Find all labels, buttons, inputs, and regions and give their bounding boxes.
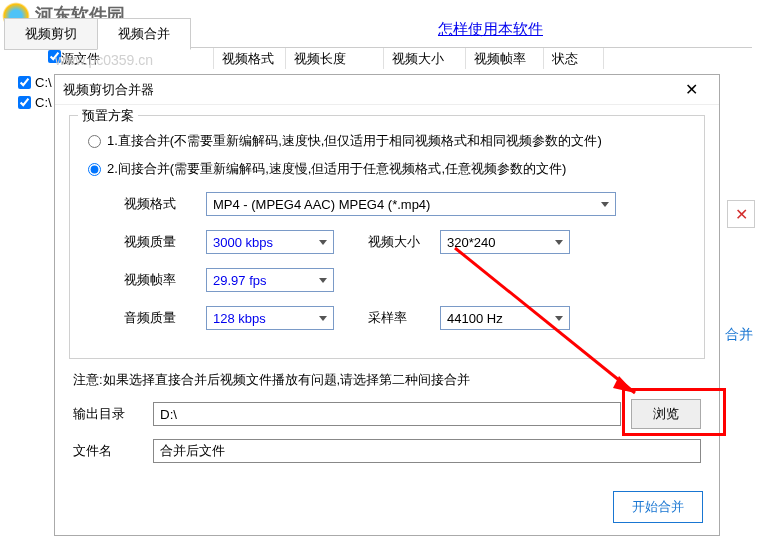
help-link[interactable]: 怎样使用本软件: [438, 20, 543, 39]
select-value: 320*240: [447, 235, 495, 250]
output-dir-input[interactable]: [153, 402, 621, 426]
row-checkbox[interactable]: [18, 76, 31, 89]
label-audio-quality: 音频质量: [124, 309, 206, 327]
label-filename: 文件名: [73, 442, 153, 460]
merge-dialog: 视频剪切合并器 ✕ 预置方案 1.直接合并(不需要重新编解码,速度快,但仅适用于…: [54, 74, 720, 536]
select-value: 128 kbps: [213, 311, 266, 326]
select-video-quality[interactable]: 3000 kbps: [206, 230, 334, 254]
group-legend: 预置方案: [78, 107, 138, 125]
col-size: 视频大小: [384, 48, 466, 69]
watermark: www.pc0359.cn: [55, 52, 153, 68]
col-format: 视频格式: [214, 48, 286, 69]
radio-indirect-label: 2.间接合并(需要重新编解码,速度慢,但适用于任意视频格式,任意视频参数的文件): [107, 160, 566, 178]
tab-video-merge[interactable]: 视频合并: [97, 18, 191, 50]
radio-direct-merge[interactable]: 1.直接合并(不需要重新编解码,速度快,但仅适用于相同视频格式和相同视频参数的文…: [88, 132, 690, 150]
select-sample-rate[interactable]: 44100 Hz: [440, 306, 570, 330]
select-audio-quality[interactable]: 128 kbps: [206, 306, 334, 330]
remove-button[interactable]: ✕: [727, 200, 755, 228]
label-video-size: 视频大小: [368, 233, 440, 251]
start-merge-button[interactable]: 开始合并: [613, 491, 703, 523]
merge-side-label[interactable]: 合并: [725, 326, 753, 344]
select-video-fps[interactable]: 29.97 fps: [206, 268, 334, 292]
col-fps: 视频帧率: [466, 48, 544, 69]
preset-group: 预置方案 1.直接合并(不需要重新编解码,速度快,但仅适用于相同视频格式和相同视…: [69, 115, 705, 359]
select-value: 3000 kbps: [213, 235, 273, 250]
select-video-format[interactable]: MP4 - (MPEG4 AAC) MPEG4 (*.mp4): [206, 192, 616, 216]
select-value: 29.97 fps: [213, 273, 267, 288]
select-value: MP4 - (MPEG4 AAC) MPEG4 (*.mp4): [213, 197, 430, 212]
note-text: 注意:如果选择直接合并后视频文件播放有问题,请选择第二种间接合并: [73, 371, 701, 389]
browse-button[interactable]: 浏览: [631, 399, 701, 429]
label-video-format: 视频格式: [124, 195, 206, 213]
dialog-title: 视频剪切合并器: [63, 81, 671, 99]
label-video-fps: 视频帧率: [124, 271, 206, 289]
col-length: 视频长度: [286, 48, 384, 69]
radio-direct-input[interactable]: [88, 135, 101, 148]
filename-input[interactable]: [153, 439, 701, 463]
radio-direct-label: 1.直接合并(不需要重新编解码,速度快,但仅适用于相同视频格式和相同视频参数的文…: [107, 132, 602, 150]
col-status: 状态: [544, 48, 604, 69]
label-output-dir: 输出目录: [73, 405, 153, 423]
table-row[interactable]: C:\: [18, 72, 52, 92]
label-video-quality: 视频质量: [124, 233, 206, 251]
row-path: C:\: [35, 95, 52, 110]
row-checkbox[interactable]: [18, 96, 31, 109]
row-path: C:\: [35, 75, 52, 90]
radio-indirect-merge[interactable]: 2.间接合并(需要重新编解码,速度慢,但适用于任意视频格式,任意视频参数的文件): [88, 160, 690, 178]
tab-video-cut[interactable]: 视频剪切: [4, 18, 98, 50]
table-row[interactable]: C:\: [18, 92, 52, 112]
radio-indirect-input[interactable]: [88, 163, 101, 176]
close-icon[interactable]: ✕: [671, 80, 711, 99]
select-video-size[interactable]: 320*240: [440, 230, 570, 254]
select-value: 44100 Hz: [447, 311, 503, 326]
label-sample-rate: 采样率: [368, 309, 440, 327]
